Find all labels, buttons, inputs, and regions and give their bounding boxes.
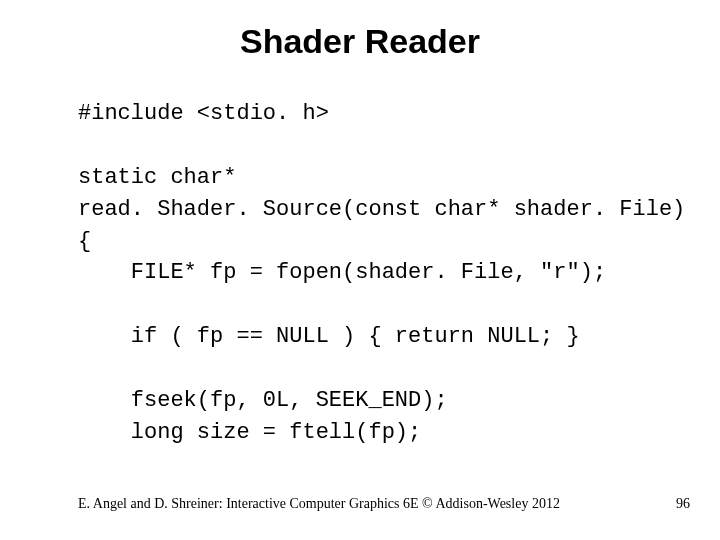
slide: Shader Reader #include <stdio. h> static… — [0, 0, 720, 540]
slide-title: Shader Reader — [0, 22, 720, 61]
code-block: #include <stdio. h> static char* read. S… — [78, 98, 680, 449]
page-number: 96 — [676, 496, 690, 512]
footer-citation: E. Angel and D. Shreiner: Interactive Co… — [78, 496, 560, 512]
